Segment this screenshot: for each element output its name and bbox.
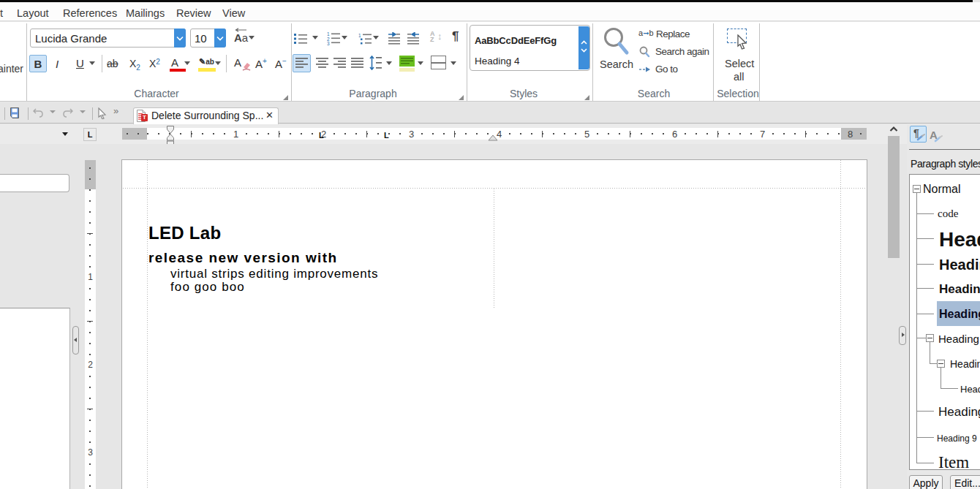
svg-text:3: 3 xyxy=(327,41,330,45)
svg-text:1: 1 xyxy=(358,33,361,38)
